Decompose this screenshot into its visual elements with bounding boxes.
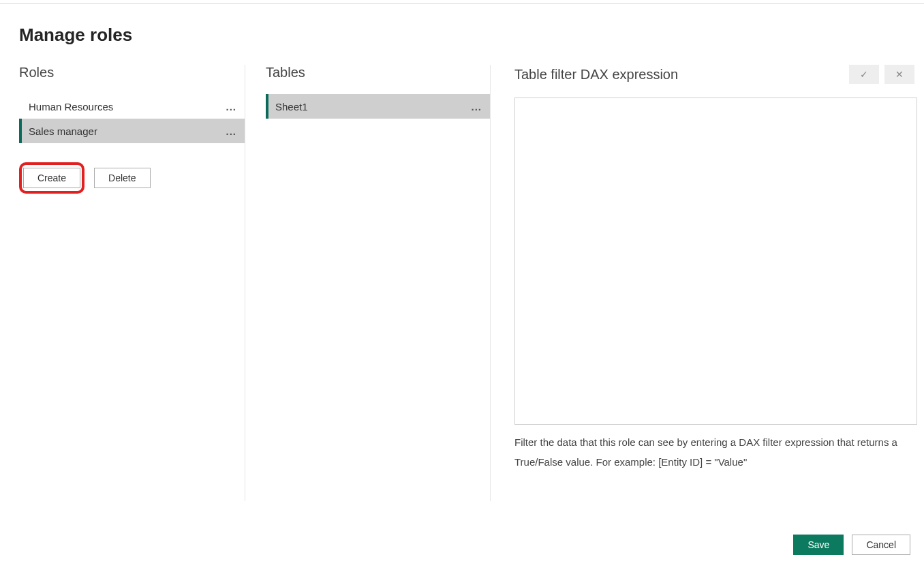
tables-list: Sheet1 ... <box>266 94 490 119</box>
dax-expression-input[interactable] <box>514 97 917 425</box>
dax-header: Table filter DAX expression <box>514 67 678 82</box>
delete-button[interactable]: Delete <box>94 168 150 188</box>
highlight-annotation: Create <box>19 162 84 194</box>
roles-list: Human Resources ... Sales manager ... <box>19 94 245 143</box>
create-button[interactable]: Create <box>23 168 80 188</box>
role-item-sales-manager[interactable]: Sales manager ... <box>19 119 245 143</box>
role-item-human-resources[interactable]: Human Resources ... <box>19 94 245 119</box>
table-item-sheet1[interactable]: Sheet1 ... <box>266 94 490 119</box>
more-icon[interactable]: ... <box>471 101 482 112</box>
page-title: Manage roles <box>19 25 924 46</box>
roles-header: Roles <box>19 65 245 80</box>
list-item-label: Sales manager <box>29 125 97 137</box>
check-icon[interactable]: ✓ <box>849 65 879 84</box>
cancel-button[interactable]: Cancel <box>852 535 910 555</box>
dax-help-text: Filter the data that this role can see b… <box>514 433 917 472</box>
list-item-label: Sheet1 <box>275 101 308 112</box>
close-icon[interactable]: ✕ <box>884 65 914 84</box>
save-button[interactable]: Save <box>793 535 844 555</box>
more-icon[interactable]: ... <box>226 125 236 137</box>
tables-header: Tables <box>266 65 490 80</box>
list-item-label: Human Resources <box>29 101 113 112</box>
more-icon[interactable]: ... <box>226 101 236 112</box>
